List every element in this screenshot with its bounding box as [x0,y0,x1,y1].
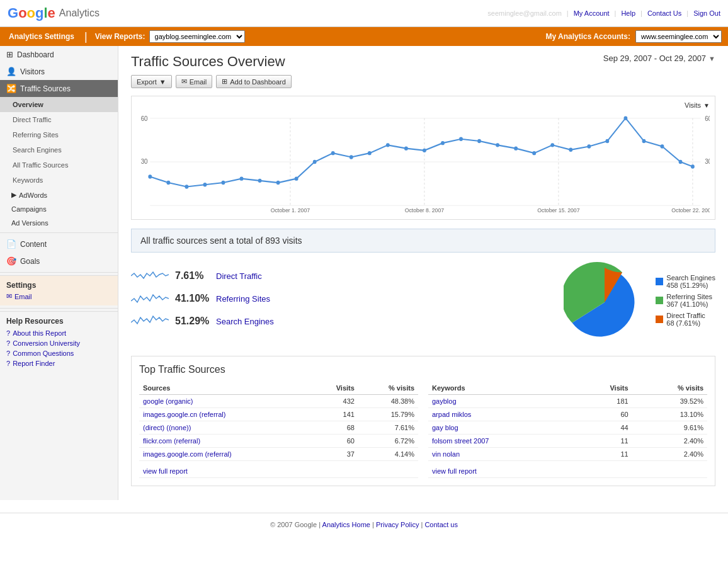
sidebar-item-search-engines[interactable]: Search Engines [0,142,118,157]
svg-point-14 [203,183,207,186]
pie-container: Search Engines 458 (51.29%) Referring Si… [564,261,715,343]
source-link[interactable]: (direct) ((none)) [143,424,191,431]
sidebar-item-all-traffic-sources[interactable]: All Traffic Sources [0,157,118,173]
chart-label[interactable]: Visits ▼ [685,101,710,109]
kw-visits-cell: 181 [574,395,632,408]
svg-point-22 [350,155,353,159]
traffic-list: 7.61% Direct Traffic 41.10% Referring Si… [131,268,551,336]
direct-traffic-link[interactable]: Direct Traffic [216,271,262,281]
sidebar-divider-1 [0,232,118,233]
help-icon-2: ? [6,350,10,357]
svg-point-36 [605,139,609,143]
visits-cell: 141 [312,408,358,421]
keyword-link[interactable]: gayblog [432,397,457,405]
sidebar-item-ad-versions[interactable]: Ad Versions [0,216,118,230]
visitors-icon: 👤 [6,67,16,76]
source-link[interactable]: flickr.com (referral) [143,437,200,445]
table-row: gay blog 44 9.61% [428,421,707,435]
top-sources-section: Top Traffic Sources Sources Visits % vis… [131,356,715,486]
table-row: (direct) ((none)) 68 7.61% [139,421,418,435]
sidebar-item-adwords[interactable]: ▶ AdWords [0,188,118,202]
help-icon-0: ? [6,329,10,337]
help-link[interactable]: Help [621,9,635,17]
nav-bar: Analytics Settings | View Reports: gaybl… [0,27,728,46]
my-account-link[interactable]: My Account [574,9,610,17]
sidebar-item-campaigns[interactable]: Campaigns [0,202,118,216]
search-engines-link[interactable]: Search Engines [216,317,274,326]
chart-container: Visits ▼ 60 30 60 30 [131,96,715,220]
sidebar-item-keywords[interactable]: Keywords [0,173,118,188]
contact-us-link[interactable]: Contact Us [647,9,681,17]
svg-point-20 [313,160,317,164]
sidebar-item-overview[interactable]: Overview [0,97,118,112]
keyword-link[interactable]: folsom street 2007 [432,437,489,445]
svg-text:October 8, 2007: October 8, 2007 [405,207,444,212]
source-cell: google (organic) [139,395,312,408]
sign-out-link[interactable]: Sign Out [693,9,720,17]
add-to-dashboard-button[interactable]: ⊞ Add to Dashboard [216,75,292,88]
pct-cell: 7.61% [358,421,418,435]
sidebar-item-referring-sites[interactable]: Referring Sites [0,127,118,142]
help-link-conversion[interactable]: ? Conversion University [6,339,111,347]
add-dashboard-icon: ⊞ [222,77,227,86]
svg-point-32 [532,151,536,155]
sidebar-item-goals[interactable]: 🎯 Goals [0,253,118,270]
page-title: Traffic Sources Overview [131,54,285,70]
email-settings-link[interactable]: ✉ Email [6,292,111,300]
svg-point-25 [404,146,408,150]
table-row: gayblog 181 39.52% [428,395,707,408]
svg-point-30 [496,143,499,147]
sidebar-item-content[interactable]: 📄 Content [0,236,118,253]
keyword-link[interactable]: vin nolan [432,450,460,458]
svg-point-35 [587,144,591,148]
sources-view-full-link[interactable]: view full report [143,467,414,475]
footer-analytics-home[interactable]: Analytics Home [322,521,370,528]
source-link[interactable]: google (organic) [143,397,193,405]
sidebar-divider-3 [0,308,118,309]
date-range[interactable]: Sep 29, 2007 - Oct 29, 2007 ▼ [603,54,715,63]
footer-privacy-policy[interactable]: Privacy Policy [376,521,419,528]
sidebar-label-visitors: Visitors [20,67,45,76]
legend-label-direct: Direct Traffic 68 (7.61%) [666,312,705,327]
svg-point-41 [691,164,695,168]
sources-col-header: Sources [139,382,312,395]
sidebar-label-dashboard: Dashboard [17,50,54,59]
help-link-about[interactable]: ? About this Report [6,329,111,337]
sidebar-item-dashboard[interactable]: ⊞ Dashboard [0,46,118,63]
footer-contact[interactable]: Contact us [424,521,458,528]
help-label-1: Conversion University [13,339,80,347]
pct-cell: 48.38% [358,395,418,408]
traffic-item-direct: 7.61% Direct Traffic [131,268,551,283]
export-label: Export [137,78,157,86]
sidebar-item-direct-traffic[interactable]: Direct Traffic [0,112,118,127]
sidebar-label-content: Content [20,240,47,249]
keyword-link[interactable]: gay blog [432,424,458,431]
my-analytics-select[interactable]: www.seeminglee.com [635,30,722,43]
copyright: © 2007 Google [270,521,317,528]
pie-legend: Search Engines 458 (51.29%) Referring Si… [656,274,715,331]
source-cell: images.google.com (referral) [139,448,312,461]
svg-point-33 [550,143,554,147]
email-button[interactable]: ✉ Email [176,75,213,88]
table-row: flickr.com (referral) 60 6.72% [139,435,418,448]
sidebar: ⊞ Dashboard 👤 Visitors 🔀 Traffic Sources… [0,46,118,500]
svg-point-28 [459,137,463,141]
kw-visits-cell: 44 [574,421,632,435]
sidebar-item-visitors[interactable]: 👤 Visitors [0,63,118,80]
summary-text: All traffic sources sent a total of 893 … [140,236,302,246]
sidebar-item-traffic-sources[interactable]: 🔀 Traffic Sources [0,80,118,97]
keywords-view-full-link[interactable]: view full report [432,467,703,475]
source-link[interactable]: images.google.com (referral) [143,450,232,458]
referring-sites-link[interactable]: Referring Sites [216,294,270,304]
analytics-settings-link[interactable]: Analytics Settings [0,27,83,46]
table-row: google (organic) 432 48.38% [139,395,418,408]
export-button[interactable]: Export ▼ [131,75,172,88]
svg-text:October 15, 2007: October 15, 2007 [537,207,579,212]
view-reports-select[interactable]: gayblog.seeminglee.com [149,30,245,43]
help-link-finder[interactable]: ? Report Finder [6,360,111,367]
source-link[interactable]: images.google.cn (referral) [143,411,225,418]
help-link-common[interactable]: ? Common Questions [6,350,111,357]
svg-point-23 [368,151,372,155]
keyword-link[interactable]: arpad miklos [432,411,471,418]
header: Google Analytics seeminglee@gmail.com | … [0,0,728,27]
